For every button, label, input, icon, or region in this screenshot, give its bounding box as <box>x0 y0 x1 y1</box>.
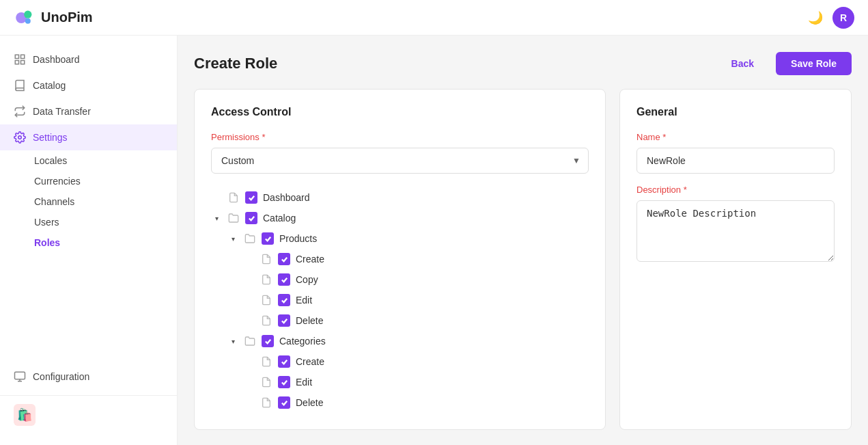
checkbox-products[interactable] <box>262 232 274 245</box>
topnav: UnoPim 🌙 R <box>0 0 868 36</box>
tree-row-products-copy: Copy <box>211 269 589 290</box>
checkbox-products-copy[interactable] <box>278 273 290 286</box>
toggle-products[interactable]: ▾ <box>227 233 238 244</box>
checkbox-categories[interactable] <box>262 335 274 347</box>
logo: UnoPim <box>14 7 93 29</box>
tree-row-categories: ▾ Categories <box>211 331 589 351</box>
access-control-card: Access Control Permissions * Custom All … <box>194 89 606 430</box>
checkbox-categories-create[interactable] <box>278 355 290 368</box>
avatar[interactable]: R <box>832 7 854 29</box>
sidebar-label-catalog: Catalog <box>33 80 66 91</box>
sidebar-label-dashboard: Dashboard <box>33 54 80 65</box>
sidebar-item-roles[interactable]: Roles <box>34 232 177 253</box>
permissions-label: Permissions * <box>211 132 589 142</box>
tree-label-categories-create: Create <box>296 356 589 367</box>
svg-rect-5 <box>15 61 18 64</box>
topnav-right: 🌙 R <box>808 7 854 29</box>
configuration-icon <box>14 370 26 383</box>
content-grid: Access Control Permissions * Custom All … <box>194 89 852 430</box>
file-icon-products-create <box>260 253 272 265</box>
logo-text: UnoPim <box>41 10 93 25</box>
sidebar-item-locales[interactable]: Locales <box>34 150 177 171</box>
page-header: Create Role Back Save Role <box>194 52 852 75</box>
checkbox-dashboard[interactable] <box>245 191 257 204</box>
folder-icon-categories <box>244 335 256 347</box>
folder-icon-products <box>244 232 256 245</box>
sidebar-item-users[interactable]: Users <box>34 212 177 232</box>
svg-rect-6 <box>21 61 25 64</box>
file-icon-categories-delete <box>260 396 272 409</box>
sidebar-item-settings[interactable]: Settings <box>0 124 177 150</box>
file-icon-categories-create <box>260 355 272 368</box>
sidebar-label-settings: Settings <box>33 132 68 143</box>
dashboard-icon <box>14 53 26 66</box>
permissions-select[interactable]: Custom All None <box>211 148 589 174</box>
bottom-icon-area: 🛍️ <box>0 395 177 434</box>
toggle-categories[interactable]: ▾ <box>227 336 238 347</box>
access-control-title: Access Control <box>211 106 589 118</box>
file-icon-products-edit <box>260 294 272 306</box>
general-title: General <box>636 106 835 118</box>
back-button[interactable]: Back <box>718 52 768 75</box>
svg-rect-8 <box>15 372 25 379</box>
sidebar-item-data-transfer[interactable]: Data Transfer <box>0 98 177 124</box>
permission-tree: Dashboard ▾ Catalog <box>211 187 589 413</box>
checkbox-products-create[interactable] <box>278 253 290 265</box>
sidebar-item-configuration[interactable]: Configuration <box>0 364 177 390</box>
sidebar-item-channels[interactable]: Channels <box>34 191 177 212</box>
tree-label-products-edit: Edit <box>296 295 589 306</box>
tree-label-categories-edit: Edit <box>296 377 589 388</box>
theme-toggle-icon[interactable]: 🌙 <box>808 10 823 25</box>
page-title: Create Role <box>194 55 277 72</box>
tree-row-products: ▾ Products <box>211 228 589 249</box>
tree-row-dashboard: Dashboard <box>211 187 589 208</box>
tree-row-categories-edit: Edit <box>211 372 589 392</box>
svg-point-7 <box>18 136 22 139</box>
tree-row-catalog: ▾ Catalog <box>211 208 589 228</box>
sidebar-item-dashboard[interactable]: Dashboard <box>0 46 177 72</box>
tree-label-products-copy: Copy <box>296 274 589 285</box>
main-content: Create Role Back Save Role Access Contro… <box>178 36 868 445</box>
sidebar-label-data-transfer: Data Transfer <box>33 106 91 117</box>
tree-row-products-delete: Delete <box>211 310 589 331</box>
checkbox-categories-edit[interactable] <box>278 376 290 388</box>
tree-label-products: Products <box>279 233 589 244</box>
name-label: Name * <box>636 132 835 142</box>
checkbox-products-delete[interactable] <box>278 314 290 327</box>
sidebar-item-catalog[interactable]: Catalog <box>0 72 177 98</box>
checkbox-categories-delete[interactable] <box>278 396 290 409</box>
tree-row-products-create: Create <box>211 249 589 269</box>
checkbox-products-edit[interactable] <box>278 294 290 306</box>
folder-icon-catalog <box>227 212 240 224</box>
tree-label-dashboard: Dashboard <box>263 192 589 203</box>
sidebar-sub-settings: Locales Currencies Channels Users Roles <box>0 150 177 253</box>
svg-point-2 <box>25 18 31 23</box>
file-icon-dashboard <box>227 191 240 204</box>
toggle-catalog[interactable]: ▾ <box>211 213 222 224</box>
svg-point-1 <box>24 10 31 18</box>
header-actions: Back Save Role <box>718 52 852 75</box>
svg-rect-3 <box>15 55 18 58</box>
description-textarea[interactable]: NewRole Description <box>636 200 835 262</box>
settings-icon <box>14 131 26 144</box>
bottom-app-icon[interactable]: 🛍️ <box>14 404 36 426</box>
file-icon-products-copy <box>260 273 272 286</box>
name-input[interactable] <box>636 148 835 174</box>
tree-label-categories-delete: Delete <box>296 397 589 408</box>
description-label: Description * <box>636 185 835 195</box>
checkbox-catalog[interactable] <box>245 212 257 224</box>
data-transfer-icon <box>14 105 26 118</box>
catalog-icon <box>14 79 26 92</box>
sidebar-item-currencies[interactable]: Currencies <box>34 171 177 191</box>
file-icon-categories-edit <box>260 376 272 388</box>
general-card: General Name * Description * NewRole Des… <box>619 89 852 430</box>
save-role-button[interactable]: Save Role <box>776 52 852 75</box>
file-icon-products-delete <box>260 314 272 327</box>
layout: Dashboard Catalog Data Transfer Settings… <box>0 36 868 445</box>
tree-row-products-edit: Edit <box>211 290 589 310</box>
tree-label-products-create: Create <box>296 254 589 265</box>
svg-rect-4 <box>21 55 25 58</box>
tree-label-products-delete: Delete <box>296 315 589 326</box>
sidebar-label-configuration: Configuration <box>33 371 89 382</box>
tree-row-categories-delete: Delete <box>211 392 589 413</box>
